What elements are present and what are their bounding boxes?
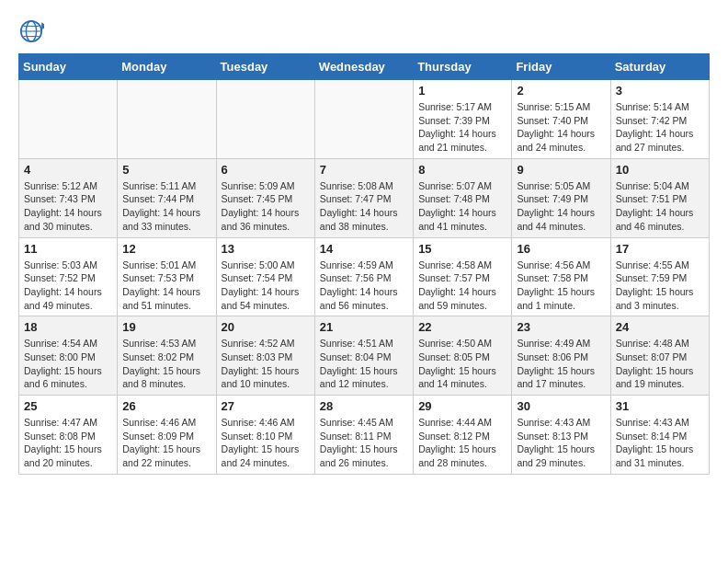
day-info: Sunrise: 4:56 AMSunset: 7:58 PMDaylight:… — [517, 259, 605, 313]
day-info: Sunrise: 4:43 AMSunset: 8:14 PMDaylight:… — [616, 416, 704, 470]
logo — [18, 18, 48, 44]
day-number: 13 — [222, 242, 310, 256]
calendar-cell: 4Sunrise: 5:12 AMSunset: 7:43 PMDaylight… — [19, 158, 118, 237]
day-info: Sunrise: 4:48 AMSunset: 8:07 PMDaylight:… — [616, 337, 704, 391]
day-number: 23 — [517, 320, 605, 334]
day-number: 1 — [418, 84, 506, 98]
calendar-cell: 18Sunrise: 4:54 AMSunset: 8:00 PMDayligh… — [19, 316, 118, 396]
calendar-cell: 17Sunrise: 4:55 AMSunset: 7:59 PMDayligh… — [610, 237, 709, 316]
day-info: Sunrise: 4:54 AMSunset: 8:00 PMDaylight:… — [24, 337, 112, 391]
calendar-cell: 6Sunrise: 5:09 AMSunset: 7:45 PMDaylight… — [216, 158, 314, 237]
day-number: 3 — [616, 84, 704, 98]
day-info: Sunrise: 5:05 AMSunset: 7:49 PMDaylight:… — [517, 179, 605, 234]
day-number: 18 — [24, 320, 112, 334]
day-info: Sunrise: 5:00 AMSunset: 7:54 PMDaylight:… — [222, 259, 310, 313]
calendar-cell: 9Sunrise: 5:05 AMSunset: 7:49 PMDaylight… — [512, 158, 610, 237]
day-number: 20 — [222, 320, 310, 334]
calendar-cell: 24Sunrise: 4:48 AMSunset: 8:07 PMDayligh… — [610, 316, 709, 396]
day-info: Sunrise: 4:52 AMSunset: 8:03 PMDaylight:… — [222, 337, 310, 391]
day-info: Sunrise: 4:49 AMSunset: 8:06 PMDaylight:… — [517, 337, 605, 391]
day-number: 28 — [320, 399, 408, 413]
day-info: Sunrise: 5:07 AMSunset: 7:48 PMDaylight:… — [418, 179, 506, 234]
day-info: Sunrise: 4:58 AMSunset: 7:57 PMDaylight:… — [418, 259, 506, 313]
day-info: Sunrise: 4:44 AMSunset: 8:12 PMDaylight:… — [418, 416, 506, 470]
calendar-cell: 7Sunrise: 5:08 AMSunset: 7:47 PMDaylight… — [314, 158, 413, 237]
day-number: 11 — [24, 242, 112, 256]
day-info: Sunrise: 4:53 AMSunset: 8:02 PMDaylight:… — [122, 337, 210, 391]
calendar-cell: 5Sunrise: 5:11 AMSunset: 7:44 PMDaylight… — [118, 158, 216, 237]
day-info: Sunrise: 4:51 AMSunset: 8:04 PMDaylight:… — [320, 337, 408, 391]
calendar-week-row: 1Sunrise: 5:17 AMSunset: 7:39 PMDaylight… — [19, 80, 710, 159]
calendar-header-thursday: Thursday — [414, 54, 512, 80]
day-number: 5 — [122, 163, 210, 177]
calendar-cell: 8Sunrise: 5:07 AMSunset: 7:48 PMDaylight… — [414, 158, 512, 237]
day-info: Sunrise: 5:11 AMSunset: 7:44 PMDaylight:… — [122, 179, 210, 234]
calendar-cell: 22Sunrise: 4:50 AMSunset: 8:05 PMDayligh… — [414, 316, 512, 396]
calendar-header-friday: Friday — [512, 54, 610, 80]
day-number: 19 — [122, 320, 210, 334]
day-info: Sunrise: 5:09 AMSunset: 7:45 PMDaylight:… — [222, 179, 310, 234]
day-number: 27 — [222, 399, 310, 413]
day-info: Sunrise: 5:04 AMSunset: 7:51 PMDaylight:… — [616, 179, 704, 234]
header — [18, 15, 710, 44]
day-number: 29 — [418, 399, 506, 413]
day-number: 22 — [418, 320, 506, 334]
day-number: 6 — [222, 163, 310, 177]
calendar-cell: 21Sunrise: 4:51 AMSunset: 8:04 PMDayligh… — [314, 316, 413, 396]
calendar-cell — [19, 80, 118, 159]
day-number: 24 — [616, 320, 704, 334]
day-info: Sunrise: 4:55 AMSunset: 7:59 PMDaylight:… — [616, 259, 704, 313]
calendar-cell: 28Sunrise: 4:45 AMSunset: 8:11 PMDayligh… — [314, 396, 413, 475]
day-info: Sunrise: 4:45 AMSunset: 8:11 PMDaylight:… — [320, 416, 408, 470]
day-number: 17 — [616, 242, 704, 256]
day-info: Sunrise: 5:15 AMSunset: 7:40 PMDaylight:… — [517, 100, 605, 155]
calendar-cell: 3Sunrise: 5:14 AMSunset: 7:42 PMDaylight… — [610, 80, 709, 159]
calendar-header-sunday: Sunday — [19, 54, 118, 80]
calendar-week-row: 11Sunrise: 5:03 AMSunset: 7:52 PMDayligh… — [19, 237, 710, 316]
day-info: Sunrise: 4:50 AMSunset: 8:05 PMDaylight:… — [418, 337, 506, 391]
calendar-cell: 20Sunrise: 4:52 AMSunset: 8:03 PMDayligh… — [216, 316, 314, 396]
day-info: Sunrise: 5:17 AMSunset: 7:39 PMDaylight:… — [418, 100, 506, 155]
calendar-header-wednesday: Wednesday — [314, 54, 413, 80]
day-number: 10 — [616, 163, 704, 177]
day-number: 31 — [616, 399, 704, 413]
day-info: Sunrise: 5:14 AMSunset: 7:42 PMDaylight:… — [616, 100, 704, 155]
day-number: 14 — [320, 242, 408, 256]
calendar-cell: 26Sunrise: 4:46 AMSunset: 8:09 PMDayligh… — [118, 396, 216, 475]
day-number: 4 — [24, 163, 112, 177]
calendar-header-tuesday: Tuesday — [216, 54, 314, 80]
calendar-cell — [118, 80, 216, 159]
day-number: 8 — [418, 163, 506, 177]
calendar-cell: 16Sunrise: 4:56 AMSunset: 7:58 PMDayligh… — [512, 237, 610, 316]
day-number: 21 — [320, 320, 408, 334]
calendar-cell: 1Sunrise: 5:17 AMSunset: 7:39 PMDaylight… — [414, 80, 512, 159]
calendar-cell: 15Sunrise: 4:58 AMSunset: 7:57 PMDayligh… — [414, 237, 512, 316]
calendar-cell: 31Sunrise: 4:43 AMSunset: 8:14 PMDayligh… — [610, 396, 709, 475]
calendar-cell: 2Sunrise: 5:15 AMSunset: 7:40 PMDaylight… — [512, 80, 610, 159]
day-number: 7 — [320, 163, 408, 177]
calendar-week-row: 4Sunrise: 5:12 AMSunset: 7:43 PMDaylight… — [19, 158, 710, 237]
calendar-cell: 12Sunrise: 5:01 AMSunset: 7:53 PMDayligh… — [118, 237, 216, 316]
calendar-cell: 30Sunrise: 4:43 AMSunset: 8:13 PMDayligh… — [512, 396, 610, 475]
calendar-cell: 14Sunrise: 4:59 AMSunset: 7:56 PMDayligh… — [314, 237, 413, 316]
calendar-cell: 10Sunrise: 5:04 AMSunset: 7:51 PMDayligh… — [610, 158, 709, 237]
calendar-cell: 11Sunrise: 5:03 AMSunset: 7:52 PMDayligh… — [19, 237, 118, 316]
day-number: 16 — [517, 242, 605, 256]
day-info: Sunrise: 5:08 AMSunset: 7:47 PMDaylight:… — [320, 179, 408, 234]
day-info: Sunrise: 4:43 AMSunset: 8:13 PMDaylight:… — [517, 416, 605, 470]
calendar-cell: 29Sunrise: 4:44 AMSunset: 8:12 PMDayligh… — [414, 396, 512, 475]
day-number: 26 — [122, 399, 210, 413]
day-info: Sunrise: 4:47 AMSunset: 8:08 PMDaylight:… — [24, 416, 112, 470]
calendar-header-row: SundayMondayTuesdayWednesdayThursdayFrid… — [19, 54, 710, 80]
day-number: 2 — [517, 84, 605, 98]
day-info: Sunrise: 4:46 AMSunset: 8:10 PMDaylight:… — [222, 416, 310, 470]
calendar-cell: 27Sunrise: 4:46 AMSunset: 8:10 PMDayligh… — [216, 396, 314, 475]
calendar-cell: 25Sunrise: 4:47 AMSunset: 8:08 PMDayligh… — [19, 396, 118, 475]
svg-marker-6 — [41, 22, 44, 29]
calendar-cell — [314, 80, 413, 159]
day-info: Sunrise: 5:01 AMSunset: 7:53 PMDaylight:… — [122, 259, 210, 313]
day-info: Sunrise: 5:12 AMSunset: 7:43 PMDaylight:… — [24, 179, 112, 234]
day-number: 9 — [517, 163, 605, 177]
day-info: Sunrise: 5:03 AMSunset: 7:52 PMDaylight:… — [24, 259, 112, 313]
day-info: Sunrise: 4:46 AMSunset: 8:09 PMDaylight:… — [122, 416, 210, 470]
